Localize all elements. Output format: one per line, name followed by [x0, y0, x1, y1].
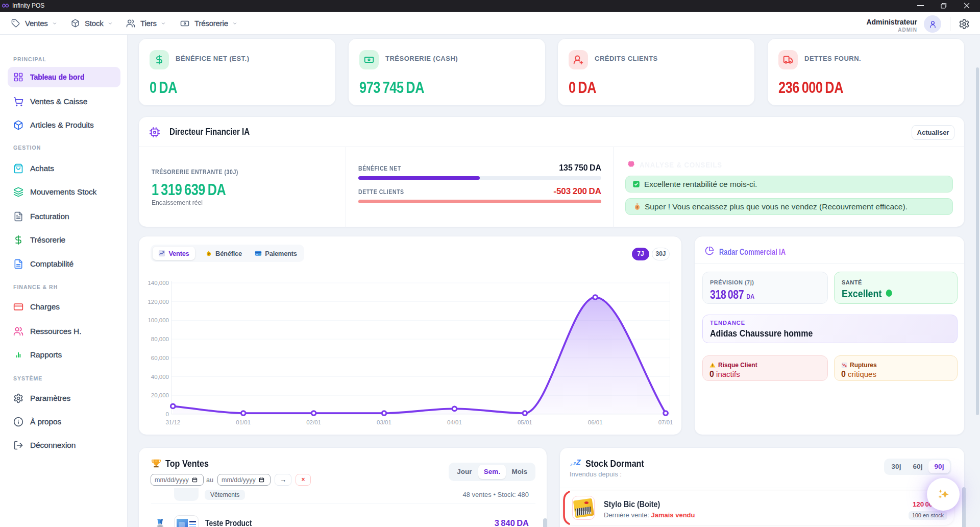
svg-text:31/12: 31/12	[165, 419, 180, 425]
svg-text:04/01: 04/01	[447, 419, 462, 425]
svg-text:03/01: 03/01	[377, 419, 391, 425]
svg-text:60,000: 60,000	[151, 355, 169, 361]
svg-text:20,000: 20,000	[151, 392, 169, 398]
svg-text:07/01: 07/01	[658, 419, 673, 425]
svg-text:40,000: 40,000	[151, 374, 169, 380]
svg-text:100,000: 100,000	[148, 317, 169, 323]
svg-text:80,000: 80,000	[151, 336, 169, 342]
svg-text:06/01: 06/01	[588, 419, 603, 425]
svg-text:0: 0	[166, 411, 169, 417]
svg-text:02/01: 02/01	[306, 419, 321, 425]
svg-text:z: z	[570, 462, 573, 467]
svg-text:140,000: 140,000	[148, 280, 169, 286]
svg-text:z: z	[573, 460, 576, 466]
svg-text:Z: Z	[576, 458, 581, 466]
svg-text:01/01: 01/01	[236, 419, 251, 425]
svg-text:120,000: 120,000	[148, 299, 169, 305]
svg-text:05/01: 05/01	[518, 419, 532, 425]
